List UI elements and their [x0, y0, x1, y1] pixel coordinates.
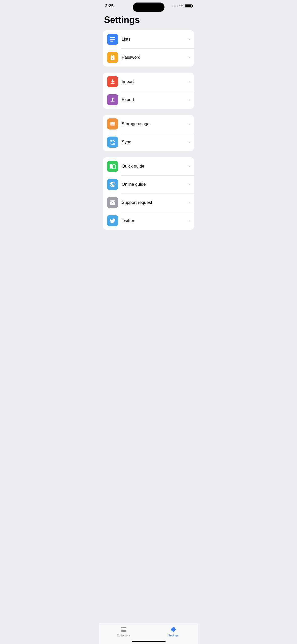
quick-guide-row[interactable]: Quick guide › [103, 157, 194, 175]
support-icon [107, 197, 118, 208]
lists-row[interactable]: Lists › [103, 30, 194, 48]
dynamic-island [133, 3, 164, 12]
online-guide-row[interactable]: Online guide › [103, 175, 194, 194]
lists-icon [107, 34, 118, 45]
status-time: 3:25 [105, 4, 114, 9]
lists-chevron: › [189, 37, 190, 41]
support-label: Support request [122, 200, 189, 205]
online-guide-label: Online guide [122, 182, 189, 187]
import-label: Import [122, 79, 189, 84]
password-icon [107, 52, 118, 63]
storage-row[interactable]: Storage usage › [103, 115, 194, 133]
online-guide-icon [107, 179, 118, 190]
export-icon [107, 94, 118, 105]
storage-label: Storage usage [122, 121, 189, 126]
section-storage-sync: Storage usage › Sync › [103, 115, 194, 151]
sync-label: Sync [122, 140, 189, 145]
twitter-row[interactable]: Twitter › [103, 212, 194, 230]
svg-point-3 [110, 122, 115, 124]
svg-rect-1 [110, 39, 115, 40]
svg-rect-2 [110, 41, 113, 41]
twitter-label: Twitter [122, 218, 189, 223]
lists-label: Lists [122, 37, 189, 42]
svg-rect-0 [110, 37, 115, 38]
export-row[interactable]: Export › [103, 91, 194, 109]
export-chevron: › [189, 98, 190, 102]
password-chevron: › [189, 55, 190, 59]
support-row[interactable]: Support request › [103, 194, 194, 212]
sync-icon [107, 137, 118, 148]
status-icons [172, 4, 192, 8]
storage-chevron: › [189, 122, 190, 126]
status-bar: 3:25 [99, 0, 198, 11]
section-lists-password: Lists › Password › [103, 30, 194, 67]
export-label: Export [122, 97, 189, 102]
twitter-chevron: › [189, 219, 190, 223]
signal-icon [172, 6, 178, 7]
page-title: Settings [99, 11, 198, 30]
section-import-export: Import › Export › [103, 73, 194, 109]
quick-guide-icon [107, 161, 118, 172]
section-help: Quick guide › Online guide › Support req… [103, 157, 194, 230]
twitter-icon [107, 215, 118, 226]
import-icon [107, 76, 118, 87]
main-content: Settings Lists › Password › [99, 11, 198, 261]
battery-icon [185, 4, 192, 8]
import-row[interactable]: Import › [103, 73, 194, 91]
storage-icon [107, 118, 118, 130]
password-label: Password [122, 55, 189, 60]
sync-row[interactable]: Sync › [103, 133, 194, 151]
support-chevron: › [189, 201, 190, 205]
wifi-icon [179, 4, 183, 8]
quick-guide-chevron: › [189, 164, 190, 168]
online-guide-chevron: › [189, 182, 190, 186]
quick-guide-label: Quick guide [122, 164, 189, 169]
password-row[interactable]: Password › [103, 48, 194, 67]
sync-chevron: › [189, 140, 190, 144]
import-chevron: › [189, 80, 190, 84]
